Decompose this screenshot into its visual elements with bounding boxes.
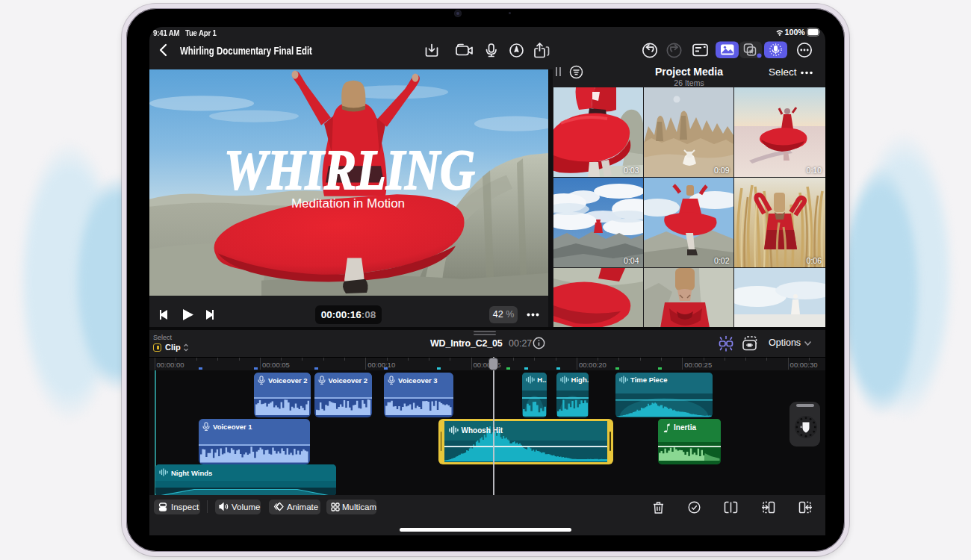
svg-text:100%: 100% xyxy=(785,28,806,37)
svg-text:Meditation in Motion: Meditation in Motion xyxy=(291,196,405,211)
svg-text:WHIRLING: WHIRLING xyxy=(224,137,475,201)
